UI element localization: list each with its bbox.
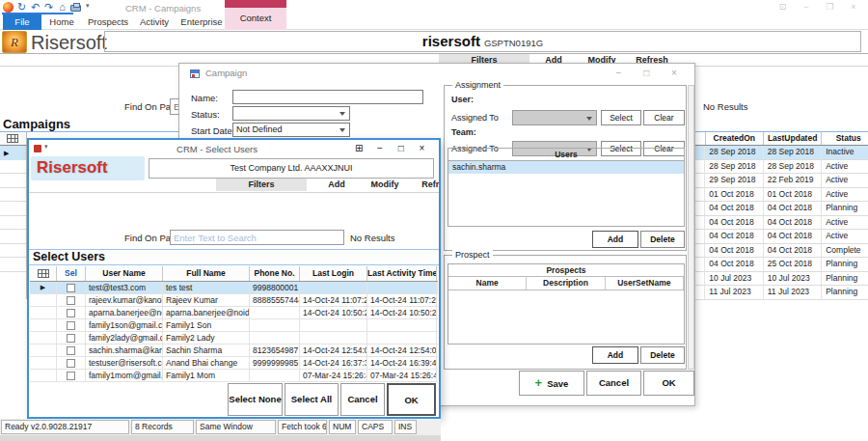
table-row[interactable]: 04 Oct 201804 Oct 2018Active bbox=[685, 216, 868, 231]
column-header-fullname[interactable]: Full Name bbox=[163, 266, 250, 281]
table-row[interactable]: 29 Sep 201822 Feb 2019Active bbox=[685, 174, 868, 188]
users-add-button[interactable]: Add bbox=[592, 231, 638, 248]
table-cell: 88885557444 bbox=[250, 294, 300, 306]
minimize-icon[interactable]: − bbox=[606, 68, 631, 78]
tab-enterprise[interactable]: Enterprise bbox=[176, 14, 228, 30]
table-cell: 11 Jul 2023 bbox=[705, 286, 763, 299]
minimize-icon[interactable]: − bbox=[370, 143, 389, 153]
column-header-sel[interactable]: Sel bbox=[57, 266, 86, 281]
maximize-icon[interactable]: □ bbox=[392, 143, 410, 153]
ok-button[interactable]: OK bbox=[643, 371, 694, 396]
assigned-users-table: Users sachin.sharma bbox=[448, 148, 685, 227]
table-row[interactable]: rajeev.kumar@kanohar.nRajeev Kumar888855… bbox=[30, 294, 438, 307]
table-row[interactable]: 28 Sep 201828 Sep 2018Inactive bbox=[685, 146, 868, 160]
table-row[interactable]: ▶test@test3.comtes test9998800001 bbox=[30, 282, 438, 294]
column-header-usersetname[interactable]: UserSetName bbox=[606, 277, 684, 289]
table-row[interactable]: 04 Oct 201804 Oct 2018Active bbox=[685, 230, 868, 244]
row-checkbox[interactable] bbox=[67, 372, 75, 380]
add-button[interactable]: Add bbox=[322, 179, 351, 189]
pin-icon[interactable]: ⊞ bbox=[350, 143, 368, 153]
table-row[interactable]: 04 Oct 201804 Oct 2018Complete bbox=[685, 244, 868, 259]
prospects-delete-button[interactable]: Delete bbox=[640, 346, 685, 364]
table-cell: 04 Oct 2018 bbox=[705, 216, 763, 230]
menu-caret-icon[interactable]: ▾ bbox=[44, 143, 48, 151]
refresh-icon[interactable]: ↻ bbox=[15, 0, 28, 14]
forward-icon[interactable]: ↷ bbox=[42, 0, 55, 14]
user-clear-button[interactable]: Clear bbox=[643, 110, 685, 125]
table-row[interactable]: testuser@risersoft.comAnand Bhai change9… bbox=[30, 357, 438, 370]
filters-button[interactable]: Filters bbox=[216, 179, 307, 191]
row-checkbox[interactable] bbox=[67, 359, 75, 368]
app-icon[interactable] bbox=[3, 2, 14, 13]
user-select-button[interactable]: Select bbox=[601, 110, 641, 125]
print-icon[interactable] bbox=[70, 5, 81, 12]
refresh-button[interactable]: Refresh bbox=[417, 179, 441, 189]
user-assigned-dropdown[interactable] bbox=[512, 110, 597, 125]
name-field[interactable] bbox=[232, 90, 423, 104]
table-row[interactable]: 04 Oct 201825 Oct 2018Planning bbox=[685, 258, 868, 272]
column-header-lastactivity[interactable]: Last Activity Time bbox=[367, 266, 437, 281]
users-delete-button[interactable]: Delete bbox=[640, 231, 685, 248]
row-checkbox[interactable] bbox=[67, 284, 75, 292]
tab-home[interactable]: Home bbox=[41, 14, 83, 30]
table-cell bbox=[250, 370, 300, 381]
table-row[interactable]: family1son@gmail.comFamily1 Son bbox=[30, 319, 438, 332]
minimize-icon[interactable]: − bbox=[796, 2, 817, 12]
modify-button[interactable]: Modify bbox=[366, 179, 403, 189]
qat-dropdown-icon[interactable]: ▾ bbox=[86, 2, 90, 10]
prospect-legend: Prospect bbox=[452, 250, 493, 260]
table-row[interactable]: 28 Sep 201828 Sep 2018Active bbox=[685, 160, 868, 175]
table-row[interactable]: sachin.sharma bbox=[448, 161, 684, 174]
tab-file[interactable]: File bbox=[3, 14, 41, 30]
row-checkbox[interactable] bbox=[67, 296, 75, 305]
save-button[interactable]: +Save bbox=[519, 371, 584, 396]
select-none-button[interactable]: Select None bbox=[228, 383, 283, 416]
table-row[interactable]: 04 Oct 201804 Oct 2018Planning bbox=[685, 202, 868, 216]
table-row[interactable]: family2lady@gmail.comFamily2 Lady bbox=[30, 332, 438, 345]
status-dropdown[interactable] bbox=[232, 106, 350, 121]
checkbox-cell bbox=[57, 370, 86, 381]
cancel-button[interactable]: Cancel bbox=[340, 383, 385, 416]
table-row[interactable]: 10 Jul 202310 Jul 2023Planning bbox=[685, 272, 868, 287]
row-checkbox[interactable] bbox=[67, 334, 75, 343]
table-row[interactable]: 01 Oct 201801 Oct 2018Active bbox=[685, 188, 868, 203]
close-icon[interactable]: × bbox=[843, 2, 864, 12]
row-checkbox[interactable] bbox=[67, 346, 75, 355]
tab-activity[interactable]: Activity bbox=[133, 14, 176, 30]
column-header-createdon[interactable]: CreatedOn bbox=[706, 132, 764, 145]
cancel-button[interactable]: Cancel bbox=[586, 371, 641, 396]
table-cell: 01 Oct 2018 bbox=[764, 188, 822, 202]
close-icon[interactable]: × bbox=[413, 143, 431, 153]
back-icon[interactable]: ↶ bbox=[29, 0, 41, 14]
table-row[interactable]: sachin.sharma@kanoharSachin Sharma812365… bbox=[30, 345, 438, 357]
maximize-icon[interactable]: □ bbox=[634, 68, 659, 78]
dialog-scrollbar[interactable] bbox=[688, 85, 694, 370]
column-header-description[interactable]: Description bbox=[527, 277, 605, 289]
column-header-status[interactable]: Status bbox=[822, 132, 868, 145]
column-header-lastlogin[interactable]: Last Login bbox=[300, 266, 367, 281]
tab-prospects[interactable]: Prospects bbox=[83, 14, 133, 30]
tab-context[interactable]: Context bbox=[225, 8, 286, 30]
row-selector bbox=[30, 319, 57, 331]
column-header-lastupdated[interactable]: LastUpdated bbox=[764, 132, 822, 145]
row-checkbox[interactable] bbox=[67, 321, 75, 330]
table-row[interactable]: family1mom@gmail.comFamily1 Mom07-Mar-24… bbox=[30, 370, 438, 382]
row-checkbox[interactable] bbox=[67, 309, 75, 317]
column-header-name[interactable]: Name bbox=[448, 277, 527, 289]
campaigns-selected-row-marker[interactable]: ▶ bbox=[0, 146, 27, 160]
close-icon[interactable]: × bbox=[662, 68, 687, 78]
table-row[interactable]: aparna.banerjee@noida.aparna.banerjee@no… bbox=[30, 307, 438, 319]
column-header-phone[interactable]: Phone No. bbox=[250, 266, 300, 281]
home-icon[interactable]: ⌂ bbox=[56, 0, 68, 14]
popout-icon[interactable]: ⊡ bbox=[772, 2, 793, 12]
restore-icon[interactable]: ❐ bbox=[819, 2, 840, 12]
find-on-page-input[interactable] bbox=[170, 230, 344, 245]
prospects-add-button[interactable]: Add bbox=[592, 346, 638, 364]
column-header-username[interactable]: User Name bbox=[86, 266, 163, 281]
table-cell: 04 Oct 2018 bbox=[764, 216, 822, 230]
table-cell: 14-Oct-24 12:54:09 bbox=[367, 345, 437, 356]
select-all-button[interactable]: Select All bbox=[285, 383, 339, 416]
start-date-dropdown[interactable]: Not Defined bbox=[232, 123, 350, 137]
ok-button[interactable]: OK bbox=[387, 383, 436, 416]
table-row[interactable]: 11 Jul 202311 Jul 2023Planning bbox=[685, 286, 868, 300]
